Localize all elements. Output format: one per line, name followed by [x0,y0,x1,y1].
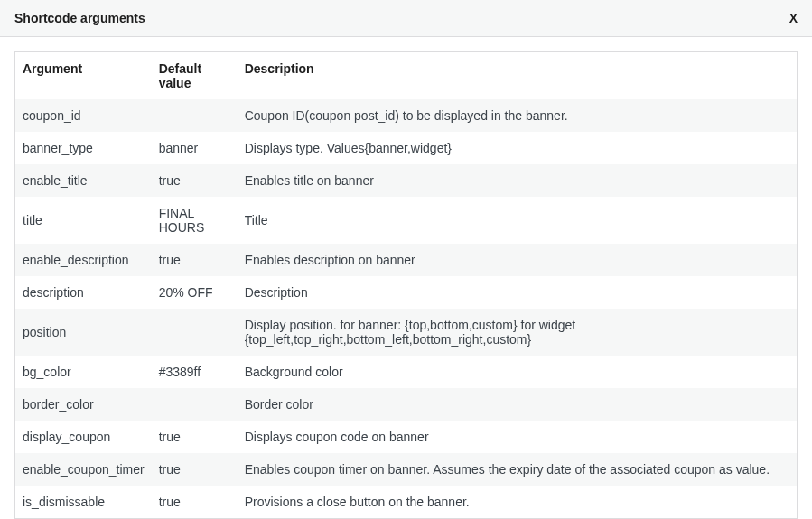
modal-header: Shortcode arguments X [0,0,812,37]
cell-default-value: true [152,486,238,519]
cell-argument: description [15,276,152,309]
cell-default-value: #3389ff [152,356,238,388]
cell-description: Description [238,276,798,309]
cell-argument: coupon_id [15,99,152,132]
table-row: banner_typebannerDisplays type. Values{b… [15,132,798,164]
table-header-row: Argument Default value Description [15,52,798,100]
table-row: positionDisplay position. for banner: {t… [15,309,798,356]
cell-description: Background color [238,356,798,388]
modal-title: Shortcode arguments [14,11,145,25]
cell-default-value [152,388,238,421]
cell-default-value: true [152,421,238,453]
table-row: bg_color#3389ffBackground color [15,356,798,388]
cell-argument: bg_color [15,356,152,388]
table-row: enable_titletrueEnables title on banner [15,164,798,197]
table-row: enable_descriptiontrueEnables descriptio… [15,244,798,276]
cell-default-value: true [152,453,238,486]
cell-argument: border_color [15,388,152,421]
cell-default-value [152,99,238,132]
cell-argument: enable_title [15,164,152,197]
table-row: description20% OFFDescription [15,276,798,309]
cell-default-value: banner [152,132,238,164]
table-row: coupon_idCoupon ID(coupon post_id) to be… [15,99,798,132]
table-row: enable_coupon_timertrueEnables coupon ti… [15,453,798,486]
cell-argument: enable_coupon_timer [15,453,152,486]
cell-description: Displays coupon code on banner [238,421,798,453]
cell-argument: is_dismissable [15,486,152,519]
close-button[interactable]: X [789,11,798,25]
table-row: display_coupontrueDisplays coupon code o… [15,421,798,453]
cell-argument: enable_description [15,244,152,276]
arguments-table: Argument Default value Description coupo… [14,51,798,519]
cell-description: Enables coupon timer on banner. Assumes … [238,453,798,486]
cell-default-value: true [152,244,238,276]
column-header-default: Default value [152,52,238,100]
cell-argument: display_coupon [15,421,152,453]
cell-default-value: 20% OFF [152,276,238,309]
cell-description: Displays type. Values{banner,widget} [238,132,798,164]
table-row: border_colorBorder color [15,388,798,421]
cell-default-value [152,309,238,356]
cell-default-value: true [152,164,238,197]
cell-description: Title [238,197,798,244]
cell-argument: banner_type [15,132,152,164]
cell-description: Coupon ID(coupon post_id) to be displaye… [238,99,798,132]
cell-argument: position [15,309,152,356]
table-row: titleFINAL HOURSTitle [15,197,798,244]
cell-description: Provisions a close button on the banner. [238,486,798,519]
cell-description: Border color [238,388,798,421]
cell-description: Display position. for banner: {top,botto… [238,309,798,356]
table-row: is_dismissabletrueProvisions a close but… [15,486,798,519]
cell-description: Enables title on banner [238,164,798,197]
cell-argument: title [15,197,152,244]
cell-default-value: FINAL HOURS [152,197,238,244]
modal-content: Argument Default value Description coupo… [0,37,812,519]
column-header-argument: Argument [15,52,152,100]
cell-description: Enables description on banner [238,244,798,276]
column-header-description: Description [238,52,798,100]
